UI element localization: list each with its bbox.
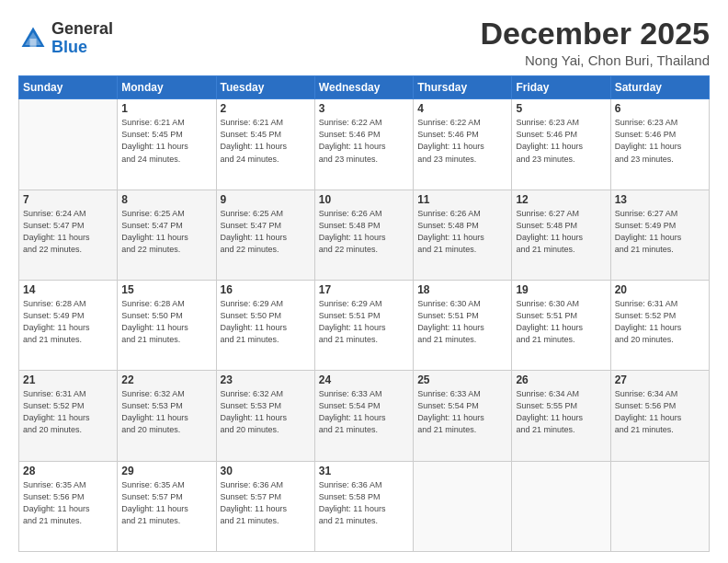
day-info: Sunrise: 6:31 AM Sunset: 5:52 PM Dayligh… [23,388,113,436]
table-row: 22Sunrise: 6:32 AM Sunset: 5:53 PM Dayli… [118,371,216,461]
table-row: 10Sunrise: 6:26 AM Sunset: 5:48 PM Dayli… [314,190,413,280]
table-row [610,461,709,551]
table-row: 19Sunrise: 6:30 AM Sunset: 5:51 PM Dayli… [512,281,610,371]
day-number: 26 [516,373,606,386]
table-row: 27Sunrise: 6:34 AM Sunset: 5:56 PM Dayli… [610,371,709,461]
col-wednesday: Wednesday [314,76,413,99]
day-number: 25 [417,373,507,386]
day-number: 11 [417,193,507,206]
day-info: Sunrise: 6:29 AM Sunset: 5:51 PM Dayligh… [319,298,409,346]
table-row [414,461,512,551]
col-monday: Monday [118,76,216,99]
day-number: 2 [221,102,311,115]
calendar-week-row: 28Sunrise: 6:35 AM Sunset: 5:56 PM Dayli… [19,461,710,551]
table-row: 31Sunrise: 6:36 AM Sunset: 5:58 PM Dayli… [314,461,413,551]
day-number: 30 [221,465,311,477]
col-saturday: Saturday [610,76,709,99]
table-row: 1Sunrise: 6:21 AM Sunset: 5:45 PM Daylig… [118,99,216,190]
calendar-table: Sunday Monday Tuesday Wednesday Thursday… [18,75,710,552]
day-number: 6 [615,102,705,115]
day-info: Sunrise: 6:33 AM Sunset: 5:54 PM Dayligh… [417,388,507,436]
day-info: Sunrise: 6:27 AM Sunset: 5:49 PM Dayligh… [615,208,705,256]
calendar-header-row: Sunday Monday Tuesday Wednesday Thursday… [19,76,710,99]
day-info: Sunrise: 6:22 AM Sunset: 5:46 PM Dayligh… [319,117,409,165]
day-number: 17 [319,283,409,296]
day-number: 19 [516,283,606,296]
table-row: 5Sunrise: 6:23 AM Sunset: 5:46 PM Daylig… [512,99,610,190]
table-row [19,99,118,190]
calendar-week-row: 21Sunrise: 6:31 AM Sunset: 5:52 PM Dayli… [19,371,710,461]
day-number: 31 [319,465,409,477]
col-thursday: Thursday [414,76,512,99]
logo: General Blue [18,20,113,57]
day-info: Sunrise: 6:32 AM Sunset: 5:53 PM Dayligh… [121,388,211,436]
table-row: 20Sunrise: 6:31 AM Sunset: 5:52 PM Dayli… [610,281,709,371]
day-info: Sunrise: 6:35 AM Sunset: 5:56 PM Dayligh… [23,479,113,527]
col-tuesday: Tuesday [216,76,314,99]
day-number: 16 [221,283,311,296]
table-row: 16Sunrise: 6:29 AM Sunset: 5:50 PM Dayli… [216,281,314,371]
col-sunday: Sunday [19,76,118,99]
header: General Blue December 2025 Nong Yai, Cho… [18,17,710,68]
day-info: Sunrise: 6:28 AM Sunset: 5:50 PM Dayligh… [121,298,211,346]
day-number: 1 [121,102,211,115]
day-info: Sunrise: 6:30 AM Sunset: 5:51 PM Dayligh… [516,298,606,346]
table-row: 2Sunrise: 6:21 AM Sunset: 5:45 PM Daylig… [216,99,314,190]
day-number: 20 [615,283,705,296]
day-number: 24 [319,373,409,386]
day-number: 12 [516,193,606,206]
day-number: 29 [121,465,211,477]
table-row: 18Sunrise: 6:30 AM Sunset: 5:51 PM Dayli… [414,281,512,371]
table-row: 7Sunrise: 6:24 AM Sunset: 5:47 PM Daylig… [19,190,118,280]
table-row [512,461,610,551]
day-info: Sunrise: 6:34 AM Sunset: 5:56 PM Dayligh… [615,388,705,436]
day-info: Sunrise: 6:31 AM Sunset: 5:52 PM Dayligh… [615,298,705,346]
day-number: 4 [417,102,507,115]
day-number: 13 [615,193,705,206]
table-row: 14Sunrise: 6:28 AM Sunset: 5:49 PM Dayli… [19,281,118,371]
day-info: Sunrise: 6:25 AM Sunset: 5:47 PM Dayligh… [221,208,311,256]
table-row: 21Sunrise: 6:31 AM Sunset: 5:52 PM Dayli… [19,371,118,461]
day-info: Sunrise: 6:36 AM Sunset: 5:58 PM Dayligh… [319,479,409,527]
day-number: 5 [516,102,606,115]
table-row: 3Sunrise: 6:22 AM Sunset: 5:46 PM Daylig… [314,99,413,190]
calendar-week-row: 14Sunrise: 6:28 AM Sunset: 5:49 PM Dayli… [19,281,710,371]
day-info: Sunrise: 6:23 AM Sunset: 5:46 PM Dayligh… [516,117,606,165]
table-row: 4Sunrise: 6:22 AM Sunset: 5:46 PM Daylig… [414,99,512,190]
day-info: Sunrise: 6:28 AM Sunset: 5:49 PM Dayligh… [23,298,113,346]
day-number: 23 [221,373,311,386]
table-row: 17Sunrise: 6:29 AM Sunset: 5:51 PM Dayli… [314,281,413,371]
day-number: 27 [615,373,705,386]
svg-rect-2 [29,39,36,47]
day-number: 9 [221,193,311,206]
logo-text: General Blue [51,20,113,57]
table-row: 11Sunrise: 6:26 AM Sunset: 5:48 PM Dayli… [414,190,512,280]
month-title: December 2025 [480,17,710,51]
table-row: 6Sunrise: 6:23 AM Sunset: 5:46 PM Daylig… [610,99,709,190]
day-number: 3 [319,102,409,115]
day-number: 10 [319,193,409,206]
calendar-week-row: 1Sunrise: 6:21 AM Sunset: 5:45 PM Daylig… [19,99,710,190]
day-info: Sunrise: 6:22 AM Sunset: 5:46 PM Dayligh… [417,117,507,165]
day-info: Sunrise: 6:24 AM Sunset: 5:47 PM Dayligh… [23,208,113,256]
table-row: 15Sunrise: 6:28 AM Sunset: 5:50 PM Dayli… [118,281,216,371]
day-info: Sunrise: 6:29 AM Sunset: 5:50 PM Dayligh… [221,298,311,346]
day-number: 22 [121,373,211,386]
day-info: Sunrise: 6:26 AM Sunset: 5:48 PM Dayligh… [417,208,507,256]
table-row: 29Sunrise: 6:35 AM Sunset: 5:57 PM Dayli… [118,461,216,551]
table-row: 26Sunrise: 6:34 AM Sunset: 5:55 PM Dayli… [512,371,610,461]
table-row: 30Sunrise: 6:36 AM Sunset: 5:57 PM Dayli… [216,461,314,551]
day-number: 28 [23,465,113,477]
table-row: 13Sunrise: 6:27 AM Sunset: 5:49 PM Dayli… [610,190,709,280]
day-info: Sunrise: 6:34 AM Sunset: 5:55 PM Dayligh… [516,388,606,436]
table-row: 23Sunrise: 6:32 AM Sunset: 5:53 PM Dayli… [216,371,314,461]
table-row: 8Sunrise: 6:25 AM Sunset: 5:47 PM Daylig… [118,190,216,280]
page: General Blue December 2025 Nong Yai, Cho… [0,0,728,563]
logo-blue-text: Blue [51,38,87,56]
logo-icon [18,24,48,53]
day-number: 7 [23,193,113,206]
location: Nong Yai, Chon Buri, Thailand [480,52,710,68]
logo-general-text: General [51,19,113,38]
day-number: 14 [23,283,113,296]
day-info: Sunrise: 6:35 AM Sunset: 5:57 PM Dayligh… [121,479,211,527]
